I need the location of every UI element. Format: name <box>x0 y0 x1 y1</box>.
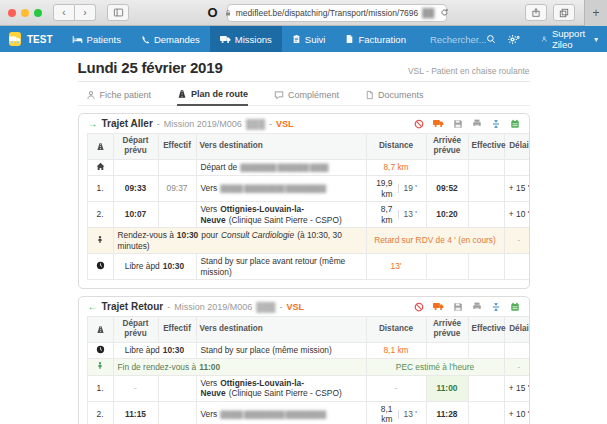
subcontract-icon[interactable] <box>433 302 444 311</box>
cell-libre-apd: Libre àpd10:30 <box>113 342 196 359</box>
address-bar[interactable]: medifleet.be/dispatching/Transport/missi… <box>227 4 447 22</box>
comment-icon <box>274 90 284 100</box>
column-destination: Vers destination <box>196 317 366 343</box>
cancel-trip-icon[interactable] <box>414 302 424 312</box>
column-distance: Distance <box>366 317 426 343</box>
tab-overview-button[interactable] <box>553 4 575 21</box>
compress-icon[interactable] <box>491 302 501 312</box>
column-delai: Délai <box>504 134 530 160</box>
separator: - <box>269 119 272 129</box>
cell-distance: - <box>366 375 426 401</box>
rdv-text: Rendez-vous à <box>118 230 174 240</box>
settings-button[interactable] <box>496 26 533 52</box>
nav-item-demandes[interactable]: Demandes <box>131 26 210 52</box>
maximize-window-button[interactable] <box>34 9 42 17</box>
cell-retard-status: Retard sur RDV de 4 ' (en cours) <box>366 228 504 254</box>
libre-label: Libre àpd <box>125 345 160 355</box>
cell-arrivee-prevue: 09:52 <box>426 176 468 202</box>
cancel-trip-icon[interactable] <box>414 119 424 129</box>
schedule-icon[interactable] <box>510 119 520 129</box>
global-search-input[interactable]: Rechercher... <box>430 26 497 52</box>
print-icon[interactable] <box>472 302 482 312</box>
subcontract-icon[interactable] <box>433 119 444 128</box>
trip-panel-retour: ← Trajet Retour - Mission 2019/M006███ -… <box>78 296 530 424</box>
distance-min: 13 ' <box>399 209 422 220</box>
close-window-button[interactable] <box>8 9 16 17</box>
column-route <box>87 134 113 160</box>
row-step-2: 2. 11:15 Vers█████ █████████ █████████ 8… <box>87 401 530 424</box>
tab-label: Fiche patient <box>100 90 152 100</box>
page-header: Lundi 25 février 2019 VSL - Patient en c… <box>78 59 530 82</box>
cell-effective <box>468 375 504 401</box>
share-button[interactable] <box>525 4 547 21</box>
app-logo[interactable] <box>9 32 21 46</box>
cell-icon <box>87 159 113 176</box>
save-icon[interactable] <box>453 119 463 129</box>
print-icon[interactable] <box>472 119 482 129</box>
cell-destination: Vers█████ █████████ █████████ <box>196 401 366 424</box>
vehicle-tag: VSL <box>286 302 304 312</box>
cell-destination: Stand by sur place (même mission) <box>196 342 366 359</box>
cell-delai: + 10 ' <box>504 401 530 424</box>
cell-depart-prevu: 09:33 <box>113 176 158 202</box>
cell-distance: 13' <box>366 254 426 280</box>
nav-item-patients[interactable]: Patients <box>62 26 131 52</box>
nav-item-suivi[interactable]: Suivi <box>282 26 336 52</box>
back-button[interactable]: ‹ <box>53 4 75 21</box>
cell-effective <box>468 176 504 202</box>
search-icon[interactable] <box>486 34 496 44</box>
cell-index: 1. <box>87 375 113 401</box>
cell-empty <box>504 254 530 280</box>
cell-empty <box>468 254 504 280</box>
cell-distance: 8,1 km13 ' <box>366 401 426 424</box>
forward-button[interactable]: › <box>75 4 96 21</box>
site-favicon: O <box>207 5 217 20</box>
url-redacted: ██ <box>422 8 434 18</box>
home-icon <box>96 162 105 171</box>
destination-text: Vers <box>201 409 218 419</box>
browser-chrome: ‹ › O medifleet.be/dispatching/Transport… <box>0 0 607 26</box>
cell-index: 1. <box>87 176 113 202</box>
new-tab-button[interactable]: + <box>584 0 607 26</box>
compress-icon[interactable] <box>491 119 501 129</box>
separator: - <box>279 302 282 312</box>
nav-item-label: Patients <box>87 34 121 45</box>
column-effectif: Effectif <box>158 134 196 160</box>
cell-empty <box>504 159 530 176</box>
route-icon <box>96 325 105 334</box>
arrow-right-icon: → <box>88 118 98 129</box>
mission-number: Mission 2019/M006 <box>164 119 242 129</box>
clipboard-icon <box>292 34 301 44</box>
cell-depart-prevu: 11:15 <box>113 401 158 424</box>
cell-delai: - <box>504 228 530 254</box>
cell-empty <box>158 159 196 176</box>
row-depart-base: Départ de████████ ███████ ████ 8,7 km <box>87 159 530 176</box>
column-delai: Délai <box>504 317 530 343</box>
save-icon[interactable] <box>453 302 463 312</box>
nav-item-missions[interactable]: Missions <box>210 26 282 52</box>
tab-plan-de-route[interactable]: Plan de route <box>177 89 248 106</box>
row-fin-rendez-vous: Fin de rendez-vous à11:00 PEC estimé à l… <box>87 359 530 376</box>
separator: - <box>157 119 160 129</box>
cell-empty <box>426 342 468 359</box>
schedule-icon[interactable] <box>510 302 520 312</box>
tab-complement[interactable]: Complément <box>274 89 339 105</box>
trip-panel-aller: → Trajet Aller - Mission 2019/M006███ - … <box>78 113 530 289</box>
cell-icon <box>87 254 113 280</box>
cell-arrivee-prevue: 11:28 <box>426 401 468 424</box>
reload-icon[interactable] <box>440 8 449 17</box>
sidebar-toggle-button[interactable] <box>107 4 129 21</box>
cell-effectif: 09:37 <box>158 176 196 202</box>
row-step-1: 1. 09:33 09:37 Vers█████ █████████ █████… <box>87 176 530 202</box>
tab-fiche-patient[interactable]: Fiche patient <box>86 89 152 105</box>
tab-documents[interactable]: Documents <box>365 89 424 105</box>
cell-distance: 8,7 km13 ' <box>366 202 426 228</box>
browser-window: ‹ › O medifleet.be/dispatching/Transport… <box>0 0 607 424</box>
column-effective: Effective <box>468 134 504 160</box>
minimize-window-button[interactable] <box>21 9 29 17</box>
cell-effectif <box>158 401 196 424</box>
bed-icon <box>72 35 83 44</box>
user-menu[interactable]: Support Zileo ▼ <box>533 26 607 52</box>
nav-item-facturation[interactable]: Facturation <box>335 26 416 52</box>
mission-redacted: ███ <box>246 119 265 129</box>
